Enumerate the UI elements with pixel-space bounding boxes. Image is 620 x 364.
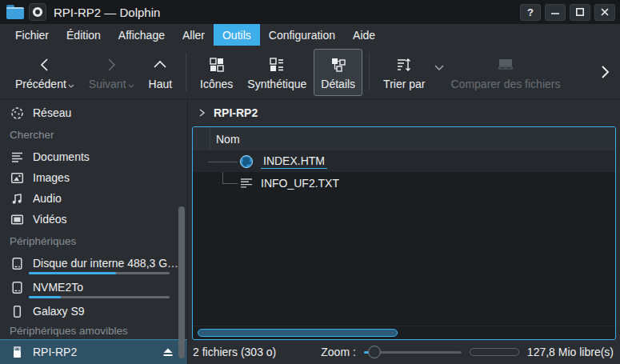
main-panel: RPI-RP2 Nom INDEX.HTM xyxy=(188,99,620,364)
sidebar-item-label: Images xyxy=(33,171,70,184)
body: Réseau Chercher Documents Images Audio V… xyxy=(0,99,620,364)
harddisk-icon xyxy=(10,257,24,270)
maximize-icon xyxy=(576,8,584,16)
sidebar-item-rpi-rp2[interactable]: RPI-RP2 xyxy=(0,339,187,364)
sidebar-scrollbar-thumb[interactable] xyxy=(178,206,185,358)
menu-configuration[interactable]: Configuration xyxy=(260,24,344,46)
breadcrumb-root[interactable]: RPI-RP2 xyxy=(214,106,258,119)
dolphin-window: RPI-RP2 — Dolphin ? Fichier Édition Affi… xyxy=(0,0,620,364)
eject-button[interactable] xyxy=(155,346,181,358)
statusbar: 2 fichiers (303 o) Zoom : 127,8 Mio libr… xyxy=(188,340,620,364)
sort-icon xyxy=(395,55,413,74)
sidebar-item-nvme2to[interactable]: NVME2To xyxy=(0,277,187,301)
file-row-info-uf2-txt[interactable]: INFO_UF2.TXT xyxy=(193,172,615,194)
sidebar-item-reseau[interactable]: Réseau xyxy=(0,102,187,123)
sidebar-item-images[interactable]: Images xyxy=(0,167,187,188)
breadcrumb: RPI-RP2 xyxy=(188,99,620,126)
audio-icon xyxy=(10,192,24,206)
image-icon xyxy=(10,171,24,185)
file-name: INFO_UF2.TXT xyxy=(261,177,339,190)
back-button[interactable]: Précédent xyxy=(8,49,82,96)
statusbar-middle: Zoom : 127,8 Mio libre(s) xyxy=(282,345,614,359)
tree-branch-stub xyxy=(208,162,238,162)
chevron-down-icon xyxy=(68,84,74,88)
details-view-button[interactable]: Détails xyxy=(314,49,362,96)
titlebar: RPI-RP2 — Dolphin ? xyxy=(0,0,620,24)
view-compact-icon xyxy=(269,55,285,74)
icons-view-button[interactable]: Icônes xyxy=(193,49,240,96)
details-view-label: Détails xyxy=(321,78,355,90)
zoom-slider-handle[interactable] xyxy=(368,346,381,358)
toolbar-separator xyxy=(369,53,370,91)
view-icons-icon xyxy=(209,55,225,74)
horizontal-scrollbar-thumb[interactable] xyxy=(198,329,398,337)
sidebar-item-label: Disque dur interne 488,3 G… xyxy=(33,257,178,270)
chevron-down-icon[interactable] xyxy=(434,65,444,70)
zoom-slider[interactable] xyxy=(364,345,462,359)
chevron-right-icon xyxy=(198,108,206,118)
compare-files-icon xyxy=(496,55,515,74)
compare-files-button[interactable]: Comparer des fichiers xyxy=(444,49,568,96)
tree-branch-stub xyxy=(222,183,238,184)
menu-aide[interactable]: Aide xyxy=(344,24,384,46)
files-summary: 2 fichiers (303 o) xyxy=(193,346,276,358)
menu-edition[interactable]: Édition xyxy=(58,24,110,46)
menu-fichier[interactable]: Fichier xyxy=(6,24,58,46)
section-chercher: Chercher xyxy=(0,123,187,146)
section-peripheriques: Périphériques xyxy=(0,230,187,253)
sidebar-item-disque-interne[interactable]: Disque dur interne 488,3 G… xyxy=(0,253,187,277)
free-space-label: 127,8 Mio libre(s) xyxy=(527,346,614,358)
sidebar-item-audio[interactable]: Audio xyxy=(0,188,187,209)
toolbar-overflow-button[interactable] xyxy=(593,62,617,82)
zoom-label: Zoom : xyxy=(321,346,356,358)
eject-icon xyxy=(162,346,174,358)
document-icon xyxy=(10,150,24,164)
help-glyph: ? xyxy=(527,6,534,18)
up-button[interactable]: Haut xyxy=(142,49,180,96)
close-button[interactable] xyxy=(594,4,615,21)
folder-icon xyxy=(6,5,24,19)
help-button[interactable]: ? xyxy=(520,4,541,21)
sidebar-item-label: Galaxy S9 xyxy=(33,305,85,318)
harddisk-icon xyxy=(10,281,24,294)
usb-drive-icon xyxy=(10,346,24,359)
chevron-right-icon xyxy=(599,65,610,79)
menu-aller[interactable]: Aller xyxy=(174,24,214,46)
disk-usage-bar xyxy=(29,272,170,274)
minimize-button[interactable] xyxy=(545,4,566,21)
app-badge-icon[interactable] xyxy=(29,3,46,21)
sort-group: Trier par xyxy=(376,49,443,96)
back-label: Précédent xyxy=(15,78,74,90)
view-details-icon xyxy=(330,55,347,74)
sidebar-item-label: Audio xyxy=(33,192,62,205)
maximize-button[interactable] xyxy=(570,4,590,21)
sort-by-label: Trier par xyxy=(383,78,425,90)
compact-view-label: Synthétique xyxy=(247,78,306,90)
sort-by-button[interactable]: Trier par xyxy=(376,49,432,96)
text-file-icon xyxy=(239,176,254,190)
menubar: Fichier Édition Affichage Aller Outils C… xyxy=(0,24,620,46)
sidebar-item-label: NVME2To xyxy=(33,281,83,294)
menu-outils[interactable]: Outils xyxy=(214,24,260,46)
menu-affichage[interactable]: Affichage xyxy=(110,24,174,46)
places-panel: Réseau Chercher Documents Images Audio V… xyxy=(0,99,188,364)
capacity-bar xyxy=(470,348,519,356)
file-row-index-htm[interactable]: INDEX.HTM xyxy=(193,150,615,172)
sidebar-item-galaxy-s9[interactable]: Galaxy S9 xyxy=(0,301,187,322)
file-rows: INDEX.HTM INFO_UF2.TXT xyxy=(193,150,615,326)
minimize-icon xyxy=(551,8,559,16)
column-header-nom[interactable]: Nom xyxy=(210,133,240,146)
disk-usage-bar xyxy=(29,296,170,298)
chevron-down-icon xyxy=(128,84,134,88)
horizontal-scrollbar xyxy=(193,326,615,339)
forward-button[interactable]: Suivant xyxy=(82,49,142,96)
sidebar-item-documents[interactable]: Documents xyxy=(0,146,187,167)
chevron-left-icon xyxy=(36,55,54,74)
network-icon xyxy=(10,106,24,120)
section-peripheriques-amovibles: Périphériques amovibles xyxy=(0,322,187,339)
sidebar-item-label: RPI-RP2 xyxy=(33,346,77,358)
sidebar-item-videos[interactable]: Vidéos xyxy=(0,209,187,230)
compact-view-button[interactable]: Synthétique xyxy=(240,49,314,96)
toolbar-separator xyxy=(186,53,186,91)
html-file-icon xyxy=(239,154,254,169)
